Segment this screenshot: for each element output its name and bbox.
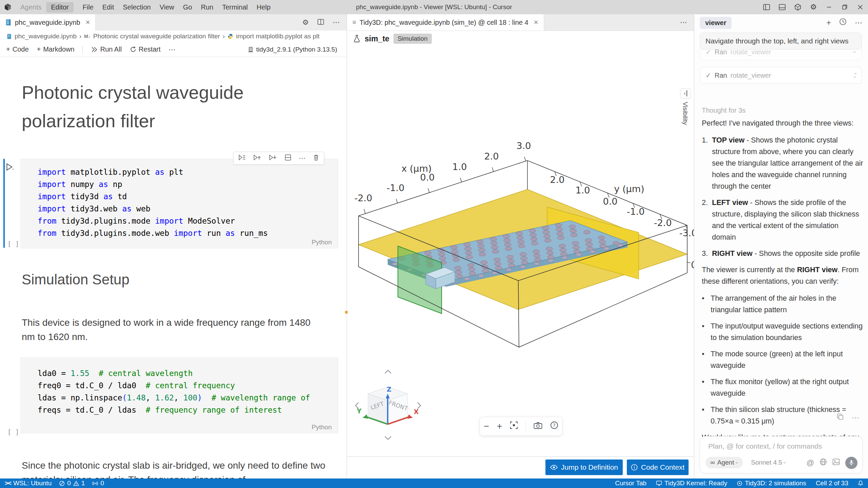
expand-chevron-icon[interactable]: › [851, 51, 859, 53]
copy-icon[interactable] [837, 413, 844, 422]
restore-button[interactable] [837, 0, 852, 14]
rotate-right-chevron[interactable] [418, 402, 421, 409]
screenshot-camera-icon[interactable] [534, 421, 542, 432]
menu-view[interactable]: View [155, 2, 179, 13]
menu-go[interactable]: Go [179, 2, 197, 13]
code-cell-imports[interactable]: ⋯ import matplotlib.pyplot as pltimport … [20, 159, 338, 248]
run-cell-button[interactable]: › [5, 163, 15, 172]
rotate-up-chevron[interactable] [385, 370, 391, 373]
execute-below-icon[interactable] [269, 154, 277, 162]
zoom-out-icon[interactable]: − [484, 421, 489, 432]
split-cell-icon[interactable] [285, 154, 291, 162]
new-chat-icon[interactable]: + [827, 18, 831, 27]
cursor-ai-icon[interactable] [790, 0, 806, 14]
code-context-button[interactable]: Code Context [627, 459, 689, 475]
breadcrumb-cell[interactable]: import matplotlib.pyplot as plt [236, 33, 320, 40]
code-cell-parameters[interactable]: lda0 = 1.55 # central wavelengthfreq0 = … [20, 357, 338, 433]
web-globe-icon[interactable] [819, 458, 827, 468]
toggle-sidebar-icon[interactable] [759, 0, 774, 14]
visibility-panel-label[interactable]: Visibility [681, 102, 689, 125]
split-editor-icon[interactable] [317, 18, 324, 26]
run-all-button[interactable]: Run All [91, 45, 121, 53]
rotate-down-chevron[interactable] [385, 436, 391, 439]
3d-viewport[interactable]: -2.0 -1.0 0.0 1.0 2.0 3.0 x (µm) 2.0 1.0… [347, 47, 694, 456]
menu-terminal[interactable]: Terminal [218, 2, 252, 13]
minimize-button[interactable] [821, 0, 837, 14]
menu-edit[interactable]: Edit [98, 2, 118, 13]
menu-file[interactable]: File [78, 2, 98, 13]
add-markdown-button[interactable]: +Markdown [37, 45, 75, 53]
tool-call-card[interactable]: ✓ Ranrotate_viewer ›› [700, 67, 862, 84]
jump-to-definition-button[interactable]: Jump to Definition [545, 459, 623, 475]
thought-duration[interactable]: Thought for 3s [702, 107, 746, 114]
broadcast-indicator[interactable]: 0 [92, 480, 104, 487]
agent-icon: ∞ [710, 459, 715, 466]
chat-input[interactable] [708, 442, 851, 451]
chat-input-box[interactable]: ∞ Agent › Sonnet 4.5 › @ [700, 436, 863, 473]
execute-row-icon[interactable] [238, 154, 246, 162]
voice-mic-icon[interactable] [845, 457, 857, 469]
attach-image-icon[interactable] [832, 458, 840, 467]
cursor-tab-status[interactable]: Cursor Tab [615, 480, 647, 487]
model-selector[interactable]: Sonnet 4.5 › [751, 459, 786, 466]
mode-tab-agents[interactable]: Agents [16, 2, 46, 13]
menu-selection[interactable]: Selection [118, 2, 155, 13]
tab-tidy3d-viewer[interactable]: ≡ Tidy3D: phc_waveguide.ipynb (sim_te) @… [347, 14, 544, 31]
notebook-content[interactable]: Photonic crystal waveguide polarization … [0, 57, 347, 478]
code-editor-imports[interactable]: import matplotlib.pyplot as pltimport nu… [38, 166, 268, 239]
navigation-cube[interactable]: LEFT FRONT Z Y X [355, 370, 421, 439]
expand-collapse-icon[interactable]: ›› [854, 72, 856, 79]
menu-run[interactable]: Run [196, 2, 218, 13]
notebook-toolbar: +Code +Markdown Run All Restart ⋯ tidy3d… [0, 42, 347, 57]
problems-indicator[interactable]: 0 1 [59, 480, 85, 487]
tab-notebook[interactable]: phc_waveguide.ipynb × [0, 14, 96, 31]
info-icon [631, 464, 638, 471]
mode-tab-editor[interactable]: Editor [46, 2, 73, 13]
breadcrumb-section[interactable]: Photonic crystal waveguide polarization … [93, 33, 220, 40]
menu-help[interactable]: Help [252, 2, 275, 13]
close-window-button[interactable] [852, 0, 868, 14]
toolbar-more-icon[interactable]: ⋯ [169, 45, 175, 54]
chat-pane: viewer + ⋯ ✓ Ranrotate_viewer › Navigate… [694, 14, 868, 478]
kernel-picker[interactable]: tidy3d_2.9.1 (Python 3.13.5) [248, 46, 347, 53]
cell-language-label[interactable]: Python [312, 424, 332, 431]
message-more-icon[interactable]: ⋯ [852, 413, 859, 422]
more-actions-icon[interactable]: ⋯ [680, 18, 687, 26]
notebook-settings-gear-icon[interactable]: ⚙ [302, 18, 309, 26]
help-icon[interactable]: ? [550, 421, 558, 432]
tab-close-icon[interactable]: × [534, 18, 538, 27]
tab-close-icon[interactable]: × [85, 18, 90, 27]
fit-view-icon[interactable] [510, 421, 518, 432]
notifications-bell-icon[interactable] [858, 480, 863, 486]
delete-cell-icon[interactable] [313, 154, 319, 162]
execution-count: [ ] [7, 428, 19, 436]
cell-language-label[interactable]: Python [312, 239, 332, 246]
markdown-heading-simulation-setup: Simulation Setup [22, 271, 130, 288]
mention-icon[interactable]: @ [807, 458, 814, 467]
agent-mode-selector[interactable]: ∞ Agent › [706, 457, 743, 468]
breadcrumb-file[interactable]: phc_waveguide.ipynb [15, 33, 77, 40]
execute-above-icon[interactable] [253, 154, 262, 162]
simulations-status[interactable]: Tidy3D: 2 simulations [737, 480, 806, 487]
remote-indicator[interactable]: >< WSL: Ubuntu [5, 480, 52, 487]
history-clock-icon[interactable] [839, 18, 847, 27]
chat-more-icon[interactable]: ⋯ [855, 18, 863, 27]
kernel-status[interactable]: Tidy3D Kernel: Ready [656, 480, 727, 487]
restart-icon [130, 46, 136, 53]
notebook-pane: phc_waveguide.ipynb × ⚙ ⋯ phc_waveguide.… [0, 14, 347, 478]
message-paragraph: The viewer is currently at the RIGHT vie… [702, 264, 864, 287]
collapse-panel-icon[interactable]: ‹ [680, 88, 691, 98]
restart-button[interactable]: Restart [130, 45, 160, 53]
breadcrumb[interactable]: phc_waveguide.ipynb › M↓ Photonic crysta… [0, 31, 347, 42]
cell-toolbar: ⋯ [233, 152, 324, 165]
more-actions-icon[interactable]: ⋯ [333, 18, 340, 26]
settings-gear-icon[interactable]: ⚙ [806, 0, 821, 14]
code-editor-parameters[interactable]: lda0 = 1.55 # central wavelengthfreq0 = … [38, 367, 310, 416]
cell-position-status[interactable]: Cell 2 of 33 [816, 480, 848, 487]
modified-indicator [345, 311, 348, 314]
chat-tab-viewer[interactable]: viewer [700, 17, 732, 29]
zoom-in-icon[interactable]: + [497, 421, 502, 432]
add-code-button[interactable]: +Code [6, 45, 29, 53]
toggle-panel-icon[interactable] [774, 0, 790, 14]
selected-cell-indicator [3, 159, 5, 248]
